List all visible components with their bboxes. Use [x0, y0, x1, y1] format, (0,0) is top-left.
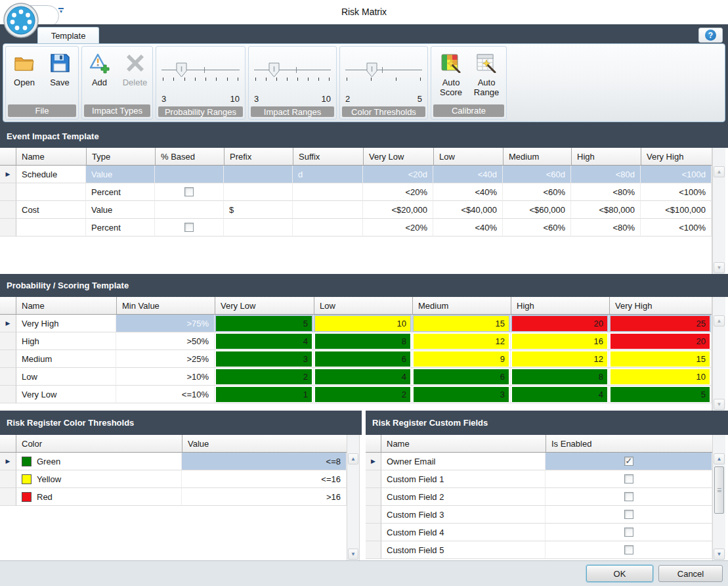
score-cell[interactable]: 15 [609, 350, 712, 368]
checkbox[interactable] [624, 492, 633, 501]
is-enabled-cell[interactable] [546, 453, 712, 470]
score-cell[interactable]: 9 [412, 350, 511, 368]
score-block[interactable]: 12 [414, 334, 509, 349]
column-header[interactable]: Prefix [224, 148, 293, 166]
score-cell[interactable]: 3 [412, 386, 511, 403]
slider-thumb[interactable] [268, 62, 280, 78]
type-cell[interactable]: Value [86, 201, 155, 219]
column-header[interactable]: Color [16, 435, 182, 453]
score-block[interactable]: 9 [414, 351, 509, 367]
checkbox[interactable] [624, 545, 633, 554]
score-cell[interactable]: 8 [511, 368, 609, 386]
score-block[interactable]: 4 [216, 334, 312, 349]
score-cell[interactable]: 5 [215, 315, 314, 332]
row-selector[interactable] [0, 488, 16, 506]
row-selector[interactable] [0, 470, 16, 488]
name-cell[interactable]: Cost [16, 201, 86, 219]
name-cell[interactable]: Owner Email [381, 453, 546, 470]
row-selector[interactable]: ▶ [0, 453, 16, 470]
range-value-cell[interactable]: <$20,000 [363, 201, 433, 219]
row-selector[interactable] [366, 524, 381, 541]
column-header[interactable]: Low [433, 148, 503, 166]
cancel-button[interactable]: Cancel [658, 565, 723, 582]
suffix-cell[interactable] [293, 183, 363, 201]
row-selector[interactable] [366, 470, 381, 488]
checkbox[interactable] [184, 187, 194, 196]
row-selector[interactable] [0, 201, 16, 219]
score-block[interactable]: 3 [216, 351, 312, 367]
score-block[interactable]: 2 [315, 387, 410, 402]
score-block[interactable]: 5 [216, 316, 312, 331]
suffix-cell[interactable] [293, 219, 363, 237]
delete-button[interactable]: Delete [119, 50, 152, 103]
row-selector[interactable] [0, 219, 16, 237]
name-cell[interactable]: Custom Field 3 [381, 506, 546, 524]
score-cell[interactable]: 6 [412, 368, 511, 386]
column-header[interactable]: Medium [412, 297, 511, 315]
score-cell[interactable]: 4 [215, 332, 314, 350]
column-header[interactable]: Suffix [293, 148, 363, 166]
suffix-cell[interactable] [293, 201, 363, 219]
range-value-cell[interactable]: <40% [433, 219, 503, 237]
scroll-up-icon[interactable]: ▲ [714, 166, 725, 177]
row-selector[interactable] [0, 368, 16, 386]
prefix-cell[interactable]: $ [224, 201, 293, 219]
application-menu-icon[interactable] [3, 3, 39, 39]
slider-thumb[interactable] [366, 62, 377, 78]
probability-ranges-slider[interactable]: 3 10 [161, 54, 240, 105]
score-cell[interactable]: 16 [511, 332, 609, 350]
name-cell[interactable]: Custom Field 5 [381, 541, 546, 559]
min-value-cell[interactable]: >50% [116, 332, 215, 350]
row-selector[interactable] [366, 506, 381, 524]
score-block[interactable]: 6 [414, 369, 509, 384]
score-cell[interactable]: 8 [314, 332, 412, 350]
suffix-cell[interactable]: d [293, 166, 363, 183]
row-selector[interactable] [0, 183, 16, 201]
event-impact-scrollbar[interactable]: ▲ ▼ [712, 148, 725, 274]
score-block[interactable]: 20 [610, 334, 710, 349]
score-cell[interactable]: 20 [609, 332, 712, 350]
scroll-down-icon[interactable]: ▼ [714, 262, 725, 273]
score-cell[interactable]: 5 [609, 386, 712, 403]
column-header[interactable]: Value [182, 435, 347, 453]
impact-ranges-group-label[interactable]: Impact Ranges [251, 106, 334, 117]
score-block[interactable]: 16 [512, 334, 607, 349]
score-block[interactable]: 3 [414, 387, 509, 402]
prefix-cell[interactable] [224, 219, 293, 237]
calibrate-group-label[interactable]: Calibrate [433, 104, 504, 117]
column-header[interactable]: Very High [641, 148, 712, 166]
column-header[interactable]: Very Low [215, 297, 314, 315]
is-enabled-cell[interactable] [546, 524, 712, 541]
row-selector[interactable] [0, 386, 16, 403]
checkbox[interactable] [184, 223, 194, 232]
scroll-down-icon[interactable]: ▼ [714, 399, 725, 410]
name-cell[interactable]: Medium [16, 350, 116, 368]
column-header[interactable]: High [571, 148, 641, 166]
score-cell[interactable]: 3 [215, 350, 314, 368]
pct-based-cell[interactable] [155, 201, 224, 219]
scroll-up-icon[interactable]: ▲ [348, 453, 358, 464]
name-cell[interactable]: Custom Field 2 [381, 488, 546, 506]
column-header[interactable]: Low [314, 297, 412, 315]
ok-button[interactable]: OK [586, 565, 653, 582]
score-block[interactable]: 2 [216, 369, 312, 384]
row-selector[interactable]: ▶ [366, 453, 381, 470]
file-group-label[interactable]: File [8, 104, 76, 117]
range-value-cell[interactable]: <40% [433, 183, 503, 201]
probability-ranges-group-label[interactable]: Probability Ranges [158, 106, 243, 117]
score-block[interactable]: 8 [512, 369, 607, 384]
column-header[interactable]: Name [16, 297, 116, 315]
column-header[interactable]: Name [381, 435, 546, 453]
range-value-cell[interactable]: <20% [363, 183, 433, 201]
min-value-cell[interactable]: <=10% [116, 386, 215, 403]
column-header[interactable]: % Based [155, 148, 224, 166]
range-value-cell[interactable]: <20d [363, 166, 433, 183]
range-value-cell[interactable]: <60d [503, 166, 571, 183]
score-cell[interactable]: 10 [609, 368, 712, 386]
color-cell[interactable]: Yellow [16, 470, 182, 488]
is-enabled-cell[interactable] [546, 470, 712, 488]
color-thresholds-slider[interactable]: 2 5 [345, 54, 422, 105]
name-cell[interactable]: Custom Field 4 [381, 524, 546, 541]
slider-thumb[interactable] [176, 62, 187, 78]
auto-score-button[interactable]: Auto Score [435, 50, 467, 103]
